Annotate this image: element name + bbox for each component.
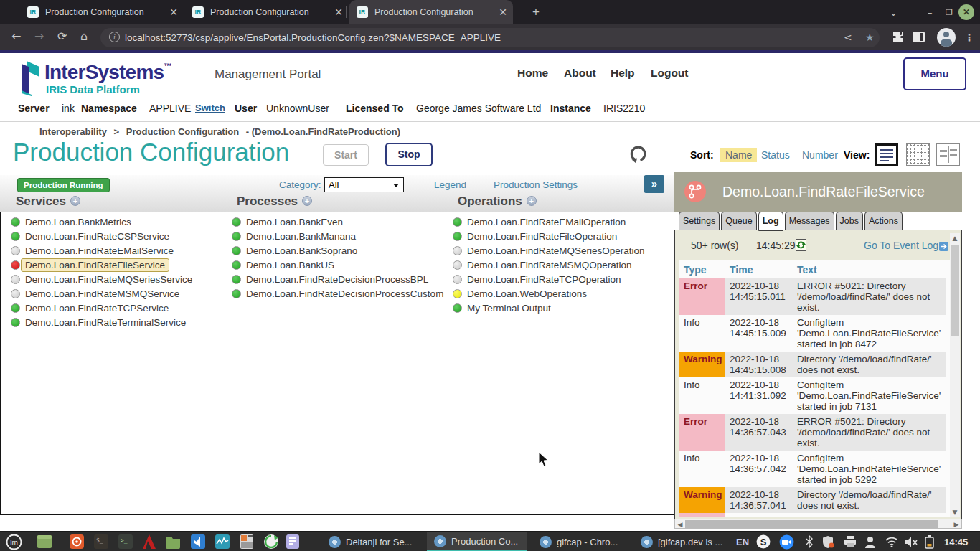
extensions-icon[interactable] (892, 32, 904, 45)
legend-link[interactable]: Legend (434, 179, 466, 190)
config-item-label[interactable]: Demo.Loan.FindRateTerminalService (25, 317, 186, 328)
restore-button[interactable]: ❐ (946, 0, 953, 24)
config-item[interactable]: Demo.Loan.FindRateTerminalService (11, 315, 192, 329)
status-green-icon[interactable] (453, 217, 462, 227)
status-gray-icon[interactable] (11, 289, 20, 298)
status-red-icon[interactable] (11, 260, 20, 270)
config-item[interactable]: Demo.Loan.FindRateMSMQService (11, 286, 192, 301)
folder-icon[interactable] (165, 534, 181, 550)
view-split-icon[interactable] (936, 143, 960, 166)
config-item[interactable]: Demo.Loan.FindRateCSPService (11, 229, 192, 243)
terminal2-icon[interactable]: >_ (118, 534, 133, 550)
config-item[interactable]: Demo.Loan.FindRateEMailService (11, 243, 192, 258)
status-green-icon[interactable] (453, 303, 462, 313)
config-item[interactable]: Demo.Loan.FindRateDecisionProcessBPL (232, 272, 443, 286)
status-green-icon[interactable] (232, 246, 241, 255)
taskbar-window-3[interactable]: [gifcap.dev is ... (633, 532, 734, 551)
volume-muted-tray-icon[interactable] (904, 532, 918, 551)
config-item[interactable]: Demo.Loan.FindRateDecisionProcessCustom (232, 286, 443, 301)
config-item[interactable]: Demo.Loan.BankUS (232, 258, 443, 272)
language-indicator[interactable]: EN (736, 532, 749, 551)
monitor-app-icon[interactable] (215, 534, 230, 550)
config-item-label[interactable]: Demo.Loan.FindRateEMailService (25, 245, 174, 256)
status-green-icon[interactable] (11, 318, 20, 327)
expand-panel-button[interactable]: » (644, 175, 664, 193)
forward-icon[interactable]: → (34, 29, 44, 43)
deltanji-icon[interactable] (140, 534, 156, 550)
browser-tab-0[interactable]: IRProduction Configuration✕ (20, 0, 184, 24)
tab-search-icon[interactable]: ⌄ (890, 0, 897, 24)
config-item-label[interactable]: Demo.Loan.FindRateDecisionProcessCustom (246, 288, 443, 299)
add-service-icon[interactable]: + (70, 196, 80, 206)
tab-close-icon[interactable]: ✕ (334, 6, 343, 18)
config-item[interactable]: Demo.Loan.FindRateMQSeriesOperation (453, 243, 645, 258)
config-item-label[interactable]: Demo.Loan.WebOperations (467, 288, 587, 299)
add-process-icon[interactable]: + (302, 196, 312, 206)
config-item[interactable]: Demo.Loan.FindRateMQSeriesService (11, 272, 192, 286)
reload-icon[interactable]: ⟳ (57, 29, 67, 43)
config-item-label[interactable]: Demo.Loan.BankUS (246, 260, 334, 270)
config-item[interactable]: Demo.Loan.WebOperations (453, 286, 645, 301)
timeshift-icon[interactable] (263, 534, 279, 550)
config-item[interactable]: Demo.Loan.FindRateFileService (11, 258, 192, 272)
status-green-icon[interactable] (232, 232, 241, 241)
config-item-label[interactable]: Demo.Loan.FindRateTCPService (25, 303, 169, 314)
config-item-label[interactable]: Demo.Loan.FindRateMSMQService (25, 288, 179, 299)
nav-about[interactable]: About (564, 67, 596, 80)
config-item-label[interactable]: Demo.Loan.BankEven (246, 217, 343, 227)
status-green-icon[interactable] (11, 232, 20, 241)
security-shield-tray-icon[interactable] (822, 532, 834, 551)
category-select[interactable]: All (324, 177, 404, 192)
status-gray-icon[interactable] (11, 246, 20, 255)
config-item[interactable]: Demo.Loan.FindRateMSMQOperation (453, 258, 645, 272)
view-list-icon[interactable] (875, 143, 898, 166)
panel-tab-actions[interactable]: Actions (864, 212, 903, 230)
config-item[interactable]: Demo.Loan.FindRateTCPService (11, 301, 192, 315)
config-item-label[interactable]: Demo.Loan.FindRateFileService (21, 258, 169, 272)
bookmark-star-icon[interactable]: ★ (865, 32, 875, 43)
status-green-icon[interactable] (232, 275, 241, 284)
config-item-label[interactable]: Demo.Loan.FindRateEMailOperation (467, 217, 626, 227)
status-green-icon[interactable] (232, 289, 241, 298)
notes-icon[interactable] (285, 534, 301, 550)
wifi-tray-icon[interactable] (885, 532, 899, 551)
files-icon[interactable] (37, 534, 52, 550)
terminal-icon[interactable]: $_ (93, 534, 109, 550)
nav-logout[interactable]: Logout (651, 67, 689, 80)
config-item-label[interactable]: Demo.Loan.FindRateCSPService (25, 231, 169, 242)
address-bar[interactable]: i localhost:52773/csp/applive/EnsPortal.… (100, 28, 880, 47)
home-icon[interactable]: ⌂ (80, 29, 88, 43)
taskbar-window-2[interactable]: gifcap - Chro... (532, 532, 633, 551)
taskbar-window-1[interactable]: Production Co... (427, 532, 527, 551)
config-item-label[interactable]: Demo.Loan.BankSoprano (246, 245, 357, 256)
status-green-icon[interactable] (11, 217, 20, 227)
status-gray-icon[interactable] (453, 260, 462, 270)
back-icon[interactable]: ← (11, 29, 21, 43)
minimize-button[interactable]: – (928, 0, 933, 24)
add-operation-icon[interactable]: + (527, 196, 537, 206)
status-gray-icon[interactable] (453, 246, 462, 255)
share-icon[interactable]: < (844, 32, 852, 43)
menu-button[interactable]: Menu (903, 57, 966, 90)
production-settings-link[interactable]: Production Settings (494, 179, 578, 190)
user-tray-icon[interactable] (864, 532, 876, 551)
stop-button[interactable]: Stop (385, 143, 433, 166)
breadcrumb-root[interactable]: Interoperability (39, 126, 107, 137)
rust-app-icon[interactable] (69, 534, 85, 550)
config-item-label[interactable]: Demo.Loan.FindRateTCPOperation (467, 274, 621, 285)
zoom-tray-icon[interactable] (779, 532, 794, 551)
scrollbar-thumb[interactable] (951, 245, 959, 336)
config-item[interactable]: Demo.Loan.BankSoprano (232, 243, 443, 258)
config-item[interactable]: Demo.Loan.BankMetrics (11, 215, 192, 229)
config-item-label[interactable]: Demo.Loan.FindRateMQSeriesService (25, 274, 192, 285)
panel-tab-jobs[interactable]: Jobs (836, 212, 863, 230)
side-panel-icon[interactable] (913, 32, 925, 44)
panel-tab-queue[interactable]: Queue (721, 212, 757, 230)
tab-close-icon[interactable]: ✕ (169, 6, 178, 18)
config-item[interactable]: My Terminal Output (453, 301, 645, 315)
status-yellow-icon[interactable] (453, 289, 462, 298)
vscode-icon[interactable] (190, 534, 206, 550)
config-item[interactable]: Demo.Loan.BankEven (232, 215, 443, 229)
switch-link[interactable]: Switch (195, 103, 225, 113)
calculator-icon[interactable] (239, 534, 255, 550)
